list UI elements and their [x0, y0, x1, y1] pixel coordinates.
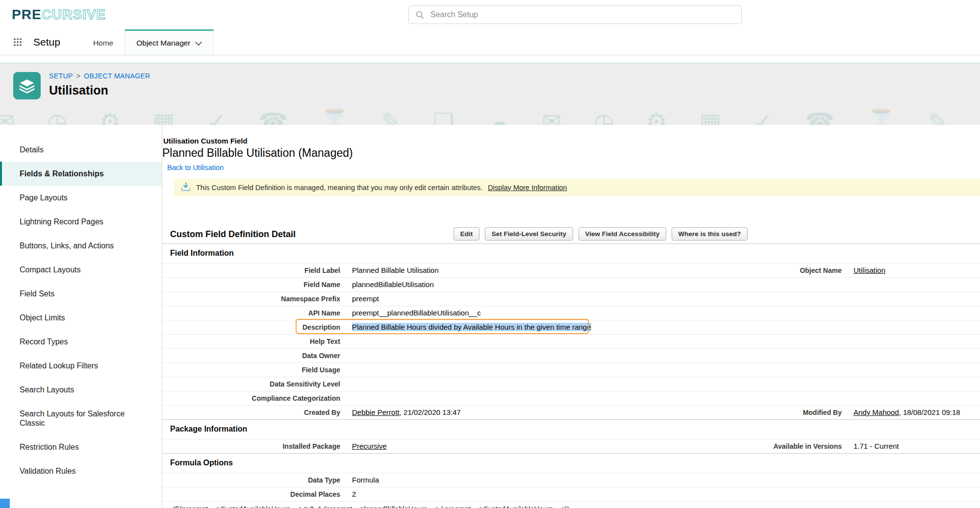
tab-home-label: Home: [93, 39, 113, 48]
formula-text: IF(preempt__adjustedAvailableHours__c = …: [162, 501, 980, 508]
api-name-label: API Name: [162, 308, 346, 318]
precursive-logo[interactable]: PRECURSIVE: [12, 7, 106, 23]
table-row-compliance-categorization: Compliance Categorization: [162, 391, 980, 405]
compliance-categorization-label: Compliance Categorization: [162, 393, 346, 403]
setup-title: Setup: [33, 36, 60, 48]
table-row-description: Description Planned Billable Hours divid…: [162, 320, 980, 334]
where-is-this-used-button[interactable]: Where is this used?: [672, 227, 748, 241]
created-by-user-link[interactable]: Debbie Perrott: [352, 408, 400, 416]
section-title-formula-options: Formula Options: [162, 453, 980, 473]
logo-pre-text: PRE: [12, 7, 42, 22]
data-owner-value: [346, 351, 980, 361]
modified-by-label: Modified By: [701, 408, 848, 417]
sidebar-item-details[interactable]: Details: [0, 138, 162, 162]
tab-home[interactable]: Home: [82, 29, 125, 55]
tab-object-manager[interactable]: Object Manager: [125, 29, 213, 55]
breadcrumb-setup-link[interactable]: SETUP: [49, 72, 73, 80]
table-row-installed-package: Installed Package Precursive Available i…: [162, 439, 980, 453]
breadcrumb-separator: >: [76, 72, 81, 80]
sidebar-item-fields-relationships[interactable]: Fields & Relationships: [0, 162, 162, 186]
sidebar-item-compact-layouts[interactable]: Compact Layouts: [0, 258, 162, 282]
table-row-field-name: Field Name plannedBillableUtilisation: [162, 277, 980, 291]
edit-button[interactable]: Edit: [453, 227, 480, 241]
created-by-datetime: , 21/02/2020 13:47: [400, 408, 461, 416]
field-page-title: Planned Billable Utilisation (Managed): [162, 146, 980, 160]
search-input[interactable]: [408, 5, 742, 24]
display-more-information-link[interactable]: Display More Information: [488, 184, 567, 192]
field-label-label: Field Label: [162, 266, 346, 275]
sidebar-item-lightning-record-pages[interactable]: Lightning Record Pages: [0, 210, 162, 234]
top-bar: PRECURSIVE: [0, 0, 980, 29]
bottom-left-blue-strip: [0, 499, 10, 508]
compliance-categorization-value: [346, 393, 980, 403]
search-icon: [416, 11, 424, 21]
chevron-down-icon: [195, 39, 202, 48]
created-by-value: Debbie Perrott, 21/02/2020 13:47: [346, 408, 701, 417]
object-name-value: Utilisation: [848, 266, 980, 275]
field-name-value: plannedBillableUtilisation: [346, 280, 980, 290]
field-name-label: Field Name: [162, 280, 346, 290]
sidebar-item-object-limits[interactable]: Object Limits: [0, 306, 162, 330]
help-text-label: Help Text: [162, 337, 346, 346]
main-panel: Utilisation Custom Field Planned Billabl…: [162, 125, 980, 508]
logo-cursive-text: CURSIVE: [42, 7, 106, 22]
modified-by-datetime: , 18/08/2021 09:18: [899, 408, 960, 416]
sidebar-item-buttons-links-actions[interactable]: Buttons, Links, and Actions: [0, 234, 162, 258]
breadcrumb: SETUP>OBJECT MANAGER: [49, 72, 151, 80]
setup-tabs: Home Object Manager: [82, 29, 214, 55]
table-row-api-name: API Name preempt__plannedBillableUtilisa…: [162, 306, 980, 320]
sidebar-item-search-layouts[interactable]: Search Layouts: [0, 378, 162, 402]
managed-field-notice: This Custom Field Definition is managed,…: [174, 179, 980, 196]
table-row-data-sensitivity-level: Data Sensitivity Level: [162, 377, 980, 391]
tab-object-manager-label: Object Manager: [136, 39, 190, 48]
sidebar-item-validation-rules[interactable]: Validation Rules: [0, 459, 162, 483]
sidebar-item-search-layouts-classic[interactable]: Search Layouts for Salesforce Classic: [0, 402, 162, 435]
description-selected-text: Planned Billable Hours divided by Availa…: [352, 323, 591, 331]
data-type-value: Formula: [346, 475, 980, 485]
table-row-namespace-prefix: Namespace Prefix preempt: [162, 291, 980, 306]
detail-buttons: Edit Set Field-Level Security View Field…: [192, 226, 980, 241]
available-in-versions-label: Available in Versions: [701, 441, 848, 451]
modified-by-user-link[interactable]: Andy Mahood: [854, 408, 899, 416]
description-label: Description: [162, 322, 346, 332]
installed-package-label: Installed Package: [162, 441, 346, 451]
app-launcher-button[interactable]: [12, 37, 28, 48]
sidebar-item-related-lookup-filters[interactable]: Related Lookup Filters: [0, 354, 162, 378]
sidebar-item-restriction-rules[interactable]: Restriction Rules: [0, 435, 162, 459]
table-row-field-usage: Field Usage: [162, 363, 980, 377]
breadcrumb-object-manager-link[interactable]: OBJECT MANAGER: [84, 72, 150, 80]
content-area: Details Fields & Relationships Page Layo…: [0, 125, 980, 508]
waffle-icon: [14, 38, 16, 40]
view-field-accessibility-button[interactable]: View Field Accessibility: [578, 227, 667, 241]
namespace-prefix-label: Namespace Prefix: [162, 294, 346, 304]
detail-section-header: Custom Field Definition Detail Edit Set …: [162, 226, 980, 243]
back-to-utilisation-link[interactable]: Back to Utilisation: [167, 164, 224, 171]
notice-text: This Custom Field Definition is managed,…: [196, 184, 482, 192]
data-sensitivity-level-label: Data Sensitivity Level: [162, 379, 346, 389]
sidebar-item-record-types[interactable]: Record Types: [0, 330, 162, 354]
table-row-field-label: Field Label Planned Billable Utilisation…: [162, 263, 980, 277]
sidebar-item-field-sets[interactable]: Field Sets: [0, 282, 162, 306]
object-name-link[interactable]: Utilisation: [854, 266, 885, 274]
object-manager-sidebar: Details Fields & Relationships Page Layo…: [0, 125, 162, 508]
installed-package-link[interactable]: Precursive: [352, 442, 387, 450]
available-in-versions-value: 1.71 - Current: [848, 441, 980, 451]
field-usage-value: [346, 365, 980, 375]
description-value: Planned Billable Hours divided by Availa…: [346, 322, 980, 332]
data-sensitivity-level-value: [346, 379, 980, 389]
decimal-places-value: 2: [346, 489, 980, 499]
page-header-band: SETUP>OBJECT MANAGER Utilisation ✉ ◷ ⚙ ▦…: [0, 63, 980, 125]
modified-by-value: Andy Mahood, 18/08/2021 09:18: [848, 408, 980, 417]
help-text-value: [346, 337, 980, 346]
data-owner-label: Data Owner: [162, 351, 346, 361]
set-field-level-security-button[interactable]: Set Field-Level Security: [485, 227, 573, 241]
installed-package-value: Precursive: [346, 441, 701, 451]
object-name-label: Object Name: [701, 266, 848, 275]
object-icon: [13, 72, 41, 99]
sidebar-item-page-layouts[interactable]: Page Layouts: [0, 186, 162, 210]
managed-package-icon: [181, 182, 191, 193]
field-label-value: Planned Billable Utilisation: [346, 266, 701, 275]
setup-nav-bar: Setup Home Object Manager: [0, 29, 980, 55]
table-row-data-owner: Data Owner: [162, 348, 980, 363]
table-row-decimal-places: Decimal Places 2: [162, 487, 980, 501]
